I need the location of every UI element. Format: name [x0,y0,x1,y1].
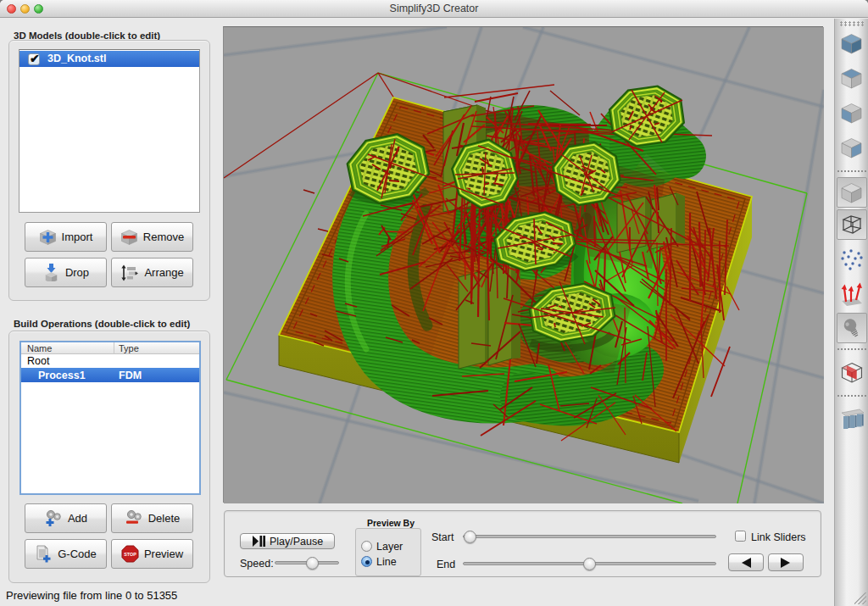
svg-text:STOP: STOP [124,552,136,557]
